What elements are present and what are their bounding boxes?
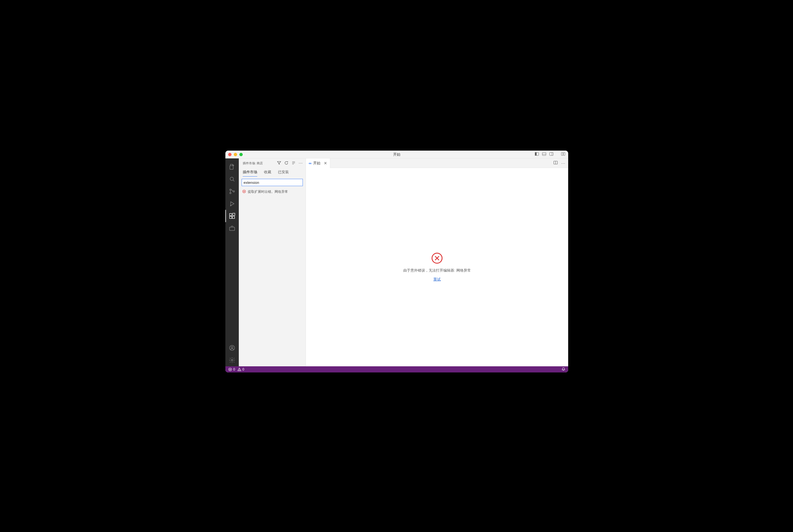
notifications-bell-icon[interactable] xyxy=(561,367,566,372)
svg-point-21 xyxy=(231,346,233,348)
search-icon[interactable] xyxy=(225,173,239,185)
toggle-secondary-sidebar-icon[interactable] xyxy=(549,152,554,157)
svg-rect-16 xyxy=(229,216,232,218)
split-editor-icon[interactable] xyxy=(553,160,558,166)
window-title: 开始 xyxy=(225,152,568,157)
svg-point-22 xyxy=(231,359,233,361)
titlebar: 开始 xyxy=(225,151,568,158)
tab-favorites[interactable]: 收藏 xyxy=(264,170,271,176)
editor-area: ∞ 开始 ✕ ··· 由于意外错误，无法打开编辑器: 网络异常 重试 xyxy=(306,158,568,366)
svg-rect-8 xyxy=(230,166,233,169)
status-errors-count: 0 xyxy=(233,367,235,371)
error-icon xyxy=(242,189,246,194)
titlebar-layout-controls xyxy=(535,152,566,157)
tab-marketplace[interactable]: 插件市场 xyxy=(243,170,257,176)
run-debug-icon[interactable] xyxy=(225,197,239,210)
editor-tab-label: 开始 xyxy=(313,161,320,166)
toggle-panel-icon[interactable] xyxy=(542,152,547,157)
error-large-icon xyxy=(431,252,443,264)
clear-icon[interactable] xyxy=(291,161,296,166)
activity-bar xyxy=(225,158,239,366)
status-bar: 0 0 xyxy=(225,366,568,373)
sidebar-header: 插件市场: 商店 ··· xyxy=(239,158,306,168)
svg-rect-17 xyxy=(232,216,235,218)
sidebar-tabs: 插件市场 收藏 已安装 xyxy=(239,168,306,176)
svg-point-13 xyxy=(233,191,235,192)
svg-rect-7 xyxy=(564,153,565,156)
filter-icon[interactable] xyxy=(277,161,281,166)
svg-rect-6 xyxy=(561,153,563,156)
svg-point-9 xyxy=(230,177,234,180)
sidebar-title: 插件市场: 商店 xyxy=(243,161,263,166)
extension-search-input[interactable] xyxy=(242,179,303,186)
toolbox-icon[interactable] xyxy=(225,222,239,234)
extensions-icon[interactable] xyxy=(225,210,239,222)
editor-error-text: 由于意外错误，无法打开编辑器: 网络异常 xyxy=(403,268,471,273)
customize-layout-icon[interactable] xyxy=(561,152,566,157)
tab-installed[interactable]: 已安装 xyxy=(278,170,289,176)
editor-tab-welcome[interactable]: ∞ 开始 ✕ xyxy=(306,158,330,168)
sidebar-error: 提取扩展时出错。网络异常 xyxy=(239,188,306,196)
accounts-icon[interactable] xyxy=(225,342,239,354)
svg-rect-2 xyxy=(542,153,546,156)
svg-point-38 xyxy=(239,370,239,370)
toggle-primary-sidebar-icon[interactable] xyxy=(535,152,539,157)
retry-link[interactable]: 重试 xyxy=(434,277,441,282)
close-tab-icon[interactable]: ✕ xyxy=(324,161,327,166)
maximize-window-button[interactable] xyxy=(239,153,243,156)
close-window-button[interactable] xyxy=(228,153,232,156)
refresh-icon[interactable] xyxy=(284,161,289,166)
app-window: 开始 xyxy=(225,151,568,373)
settings-gear-icon[interactable] xyxy=(225,354,239,366)
svg-rect-18 xyxy=(233,213,235,215)
minimize-window-button[interactable] xyxy=(234,153,237,156)
svg-rect-15 xyxy=(229,213,232,216)
svg-point-14 xyxy=(230,205,231,206)
sidebar-error-text: 提取扩展时出错。网络异常 xyxy=(248,189,288,194)
editor-tabs: ∞ 开始 ✕ ··· xyxy=(306,158,568,168)
svg-rect-1 xyxy=(535,153,537,156)
infinity-icon: ∞ xyxy=(309,161,312,166)
svg-rect-19 xyxy=(229,227,235,230)
more-actions-icon[interactable]: ··· xyxy=(299,161,303,166)
editor-content: 由于意外错误，无法打开编辑器: 网络异常 重试 xyxy=(306,168,568,366)
sidebar: 插件市场: 商店 ··· 插件市场 收藏 已安装 xyxy=(239,158,306,366)
status-problems[interactable]: 0 0 xyxy=(228,367,244,371)
explorer-icon[interactable] xyxy=(225,161,239,173)
svg-rect-4 xyxy=(550,153,553,156)
editor-more-actions-icon[interactable]: ··· xyxy=(561,161,566,166)
svg-line-10 xyxy=(233,180,235,182)
window-controls xyxy=(228,153,243,156)
source-control-icon[interactable] xyxy=(225,185,239,197)
status-warnings-count: 0 xyxy=(242,367,244,371)
svg-point-12 xyxy=(230,192,231,194)
svg-point-11 xyxy=(230,189,231,191)
